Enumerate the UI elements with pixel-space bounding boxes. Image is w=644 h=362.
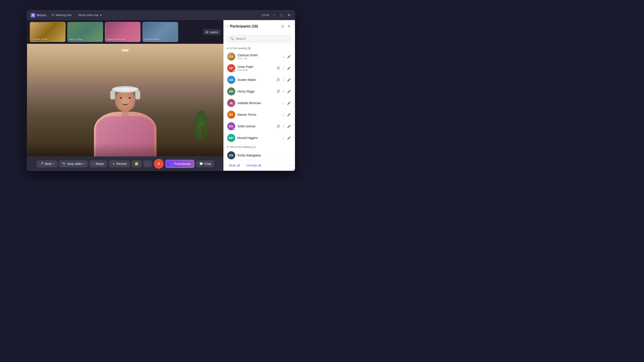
meeting-info-btn[interactable]: 🛈 Meeting info (50, 12, 73, 18)
mic-icon-isabella[interactable]: 🎤 (286, 101, 291, 105)
thumbnail-name-darren: Darren Owens (144, 38, 160, 41)
chat-label: Chat (204, 162, 211, 166)
webex-logo: W Webex (31, 13, 46, 17)
in-meeting-section-header[interactable]: ▾ In the meeting (8) (224, 45, 295, 51)
title-bar-left: W Webex 🛈 Meeting info Show menu bar ▾ (31, 12, 258, 18)
audio-icon-sofia[interactable]: 🎵 (276, 124, 281, 129)
mic-icon-henry[interactable]: 🎤 (286, 89, 291, 94)
mic-icon-murad[interactable]: 🎤 (286, 136, 291, 140)
chat-button[interactable]: 💬 Chat (196, 160, 214, 167)
mute-label: Mute (45, 162, 52, 166)
participant-name-sofia: Sofia Gomez (238, 124, 274, 128)
avatar-emily: EN (227, 151, 235, 159)
thumbnail-henry[interactable]: 🔇 Henry Riggs (67, 22, 103, 42)
participant-name-emily: Emily Nakagawa (238, 153, 291, 157)
more-label: ... (146, 162, 149, 166)
mic-icon-marise[interactable]: 🎤 (286, 112, 291, 117)
end-call-button[interactable]: ✕ (154, 159, 164, 169)
camera-icon: 📷 (62, 162, 66, 166)
participant-info-henry: Henry Riggs (238, 90, 274, 93)
maximize-button[interactable]: □ (279, 12, 284, 18)
video-icon-austen[interactable]: □ (282, 77, 285, 82)
thumbnail-isabelle[interactable]: Isabella Brennan (105, 22, 141, 42)
panel-collapse-button[interactable]: ‹ (227, 24, 228, 28)
participant-item-umar[interactable]: UP Umar Patel Presenter 🎵 □ 🎤 (224, 62, 295, 74)
video-icon-marise[interactable]: □ (282, 112, 285, 117)
chat-icon: 💬 (199, 162, 203, 166)
app-window: W Webex 🛈 Meeting info Show menu bar ▾ 1… (27, 10, 295, 171)
status-sofia (233, 128, 235, 130)
mic-icon-sofia[interactable]: 🎤 (286, 124, 291, 129)
app-name-label: Webex (36, 13, 46, 17)
record-button[interactable]: ⏺ Record (109, 160, 130, 167)
reactions-button[interactable]: 😊 (132, 160, 142, 167)
panel-close-button[interactable]: ✕ (287, 23, 291, 29)
thumbnail-clarissa[interactable]: Clarissa Smith (30, 22, 66, 42)
audio-icon-austen[interactable]: 🎵 (276, 77, 281, 82)
title-bar: W Webex 🛈 Meeting info Show menu bar ▾ 1… (27, 10, 295, 20)
meeting-info-label: Meeting info (56, 13, 72, 17)
video-icon-isabella[interactable]: □ (282, 101, 285, 105)
mic-icon-clarissa[interactable]: 🎤 (286, 54, 291, 59)
participant-role-umar: Presenter (238, 69, 274, 71)
title-bar-right: 12:40 － □ ✕ (262, 12, 291, 18)
avatar-umar: UP (227, 64, 235, 72)
panel-expand-button[interactable]: ⊡ (280, 23, 285, 29)
participant-controls-austen: 🎵 □ 🎤 (276, 77, 291, 82)
audio-icon-henry[interactable]: 🎵 (276, 89, 281, 94)
participant-item-marise[interactable]: MT Marise Torres □ 🎤 (224, 109, 295, 120)
share-icon: ↑ (92, 162, 94, 166)
thumbnail-darren[interactable]: Darren Owens (142, 22, 178, 42)
search-icon: 🔍 (230, 37, 234, 40)
participant-controls-sofia: 🎵 □ 🎤 (276, 124, 291, 129)
participant-item-henry[interactable]: HR Henry Riggs 🎵 □ 🎤 (224, 86, 295, 97)
thumbnail-name-henry: Henry Riggs (69, 38, 83, 41)
main-video (27, 44, 224, 156)
participant-info-murad: Murad Higgins (238, 136, 280, 140)
video-icon-umar[interactable]: □ (282, 66, 285, 71)
panel-footer: Mute all Unmute all ··· (224, 160, 295, 171)
participant-controls-clarissa: □ 🎤 (282, 54, 291, 59)
mute-chevron: ▾ (53, 162, 54, 165)
participant-item-emily[interactable]: EN Emily Nakagawa (224, 149, 295, 160)
video-background (27, 44, 224, 156)
video-icon-murad[interactable]: □ (282, 136, 285, 140)
video-icon-clarissa[interactable]: □ (282, 54, 285, 59)
audio-icon-umar[interactable]: 🎵 (276, 66, 281, 71)
mic-icon-austen[interactable]: 🎤 (286, 77, 291, 82)
participants-label: Participants (174, 162, 190, 166)
mic-icon-umar[interactable]: 🎤 (286, 66, 291, 71)
video-icon-sofia[interactable]: □ (282, 124, 285, 129)
search-input[interactable] (236, 37, 288, 40)
mute-all-button[interactable]: Mute all (227, 162, 242, 168)
not-in-meeting-label: Not in the meeting (2) (230, 145, 256, 149)
mute-button[interactable]: 🎤 Mute ▾ (36, 160, 57, 167)
participant-info-emily: Emily Nakagawa (238, 153, 291, 157)
more-options-button[interactable]: ··· (287, 163, 291, 168)
show-menu-bar-btn[interactable]: Show menu bar ▾ (76, 12, 103, 18)
stop-video-button[interactable]: 📷 Stop video ▾ (59, 160, 88, 167)
video-bottom-overlay (27, 143, 224, 156)
participant-item-clarissa[interactable]: CS Clarissa Smith Host, me □ 🎤 (224, 51, 295, 62)
unmute-all-button[interactable]: Unmute all (244, 162, 263, 168)
participant-item-austen[interactable]: AB Austen Baker 🎵 □ 🎤 (224, 74, 295, 86)
close-button[interactable]: ✕ (286, 12, 291, 18)
participant-item-murad[interactable]: MH Murad Higgins □ 🎤 (224, 132, 295, 144)
layout-label: Layout (209, 30, 218, 34)
avatar-henry: HR (227, 87, 235, 95)
video-icon-henry[interactable]: □ (282, 89, 285, 94)
share-button[interactable]: ↑ Share (90, 160, 107, 167)
avatar-murad: MH (227, 134, 235, 142)
thumbnail-mute-henry: 🔇 (69, 23, 72, 26)
participants-button[interactable]: 👥 Participants (166, 160, 194, 168)
participant-role-clarissa: Host, me (238, 57, 280, 60)
not-in-meeting-section-header[interactable]: ▾ Not in the meeting (2) (224, 144, 295, 149)
more-button[interactable]: ... (143, 160, 152, 167)
layout-button[interactable]: ⊞ Layout (203, 29, 221, 35)
reactions-icon: 😊 (134, 162, 138, 166)
participant-item-isabella[interactable]: IB Isabella Brennan □ 🎤 (224, 97, 295, 109)
participant-item-sofia[interactable]: SG Sofia Gomez 🎵 □ 🎤 (224, 120, 295, 132)
webex-logo-icon: W (31, 13, 35, 17)
minimize-button[interactable]: － (272, 12, 277, 18)
participant-info-umar: Umar Patel Presenter (238, 65, 274, 71)
